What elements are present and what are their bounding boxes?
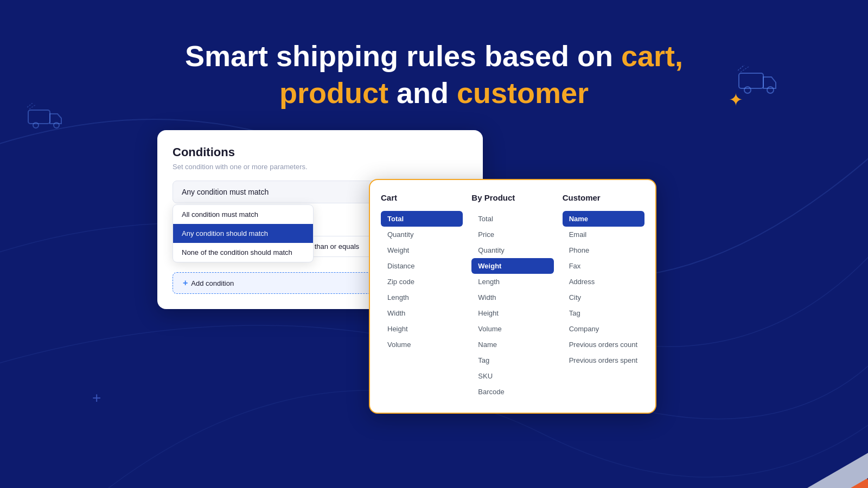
heading-section: Smart shipping rules based on cart, prod… (0, 38, 868, 111)
plus-icon: + (183, 278, 188, 288)
plus-decoration: + (92, 389, 101, 407)
product-item-length[interactable]: Length (471, 274, 553, 290)
condition-match-menu: All condition must match Any condition s… (173, 204, 314, 262)
byproduct-column-title: By Product (471, 193, 553, 204)
conditions-subtitle: Set condition with one or more parameter… (173, 163, 468, 171)
product-item-volume[interactable]: Volume (471, 321, 553, 337)
customer-item-company[interactable]: Company (563, 321, 644, 337)
cart-item-length[interactable]: Length (381, 290, 463, 305)
cart-item-zipcode[interactable]: Zip code (381, 274, 463, 290)
conditions-title: Conditions (173, 145, 468, 159)
customer-item-tag[interactable]: Tag (563, 305, 644, 321)
product-item-height[interactable]: Height (471, 305, 553, 321)
category-card: Cart Total Quantity Weight Distance Zip … (369, 179, 656, 414)
dropdown-option-any[interactable]: Any condition should match (173, 224, 313, 243)
main-container: Conditions Set condition with one or mor… (157, 130, 483, 309)
dropdown-selected-value: Any condition must match (182, 188, 269, 196)
cart-item-volume[interactable]: Volume (381, 337, 463, 352)
cart-item-distance[interactable]: Distance (381, 258, 463, 274)
product-item-width[interactable]: Width (471, 290, 553, 305)
product-item-quantity[interactable]: Quantity (471, 242, 553, 258)
customer-item-name[interactable]: Name (563, 211, 644, 227)
product-item-price[interactable]: Price (471, 227, 553, 242)
dropdown-option-all[interactable]: All condition must match (173, 205, 313, 224)
cart-item-width[interactable]: Width (381, 305, 463, 321)
customer-item-email[interactable]: Email (563, 227, 644, 242)
product-item-name[interactable]: Name (471, 337, 553, 352)
cart-column-title: Cart (381, 193, 463, 204)
customer-item-phone[interactable]: Phone (563, 242, 644, 258)
customer-item-fax[interactable]: Fax (563, 258, 644, 274)
product-item-total[interactable]: Total (471, 211, 553, 227)
product-item-barcode[interactable]: Barcode (471, 384, 553, 400)
cart-item-weight[interactable]: Weight (381, 242, 463, 258)
main-heading: Smart shipping rules based on cart, prod… (0, 38, 868, 111)
cart-column: Cart Total Quantity Weight Distance Zip … (381, 193, 463, 400)
category-columns: Cart Total Quantity Weight Distance Zip … (381, 193, 644, 400)
svg-rect-5 (28, 110, 50, 124)
dropdown-option-none[interactable]: None of the condition should match (173, 243, 313, 262)
cart-item-quantity[interactable]: Quantity (381, 227, 463, 242)
product-item-tag[interactable]: Tag (471, 352, 553, 368)
customer-column: Customer Name Email Phone Fax Address Ci… (563, 193, 644, 400)
product-item-sku[interactable]: SKU (471, 368, 553, 384)
corner-stripe (749, 380, 868, 488)
customer-item-city[interactable]: City (563, 290, 644, 305)
cart-item-height[interactable]: Height (381, 321, 463, 337)
add-condition-label: Add condition (191, 279, 234, 287)
customer-item-prev-orders-count[interactable]: Previous orders count (563, 337, 644, 352)
customer-item-address[interactable]: Address (563, 274, 644, 290)
customer-item-prev-orders-spent[interactable]: Previous orders spent (563, 352, 644, 368)
product-item-weight[interactable]: Weight (471, 258, 553, 274)
byproduct-column: By Product Total Price Quantity Weight L… (471, 193, 553, 400)
cart-item-total[interactable]: Total (381, 211, 463, 227)
customer-column-title: Customer (563, 193, 644, 204)
